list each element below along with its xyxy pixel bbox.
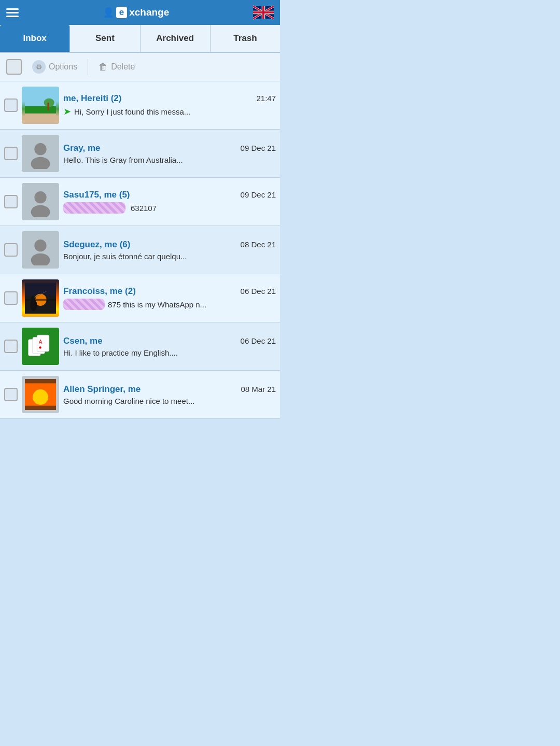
message-sender: Sasu175, me (5) bbox=[63, 190, 130, 200]
svg-rect-5 bbox=[47, 103, 49, 110]
list-item[interactable]: Francoiss, me (2) 06 Dec 21 875 this is … bbox=[0, 274, 280, 322]
tab-bar: Inbox Sent Archived Trash bbox=[0, 25, 280, 53]
message-checkbox[interactable] bbox=[4, 195, 18, 208]
list-item[interactable]: Sasu175, me (5) 09 Dec 21 632107 bbox=[0, 178, 280, 226]
list-item[interactable]: me, Hereiti (2) 21:47 ➤ Hi, Sorry I just… bbox=[0, 81, 280, 130]
delete-button[interactable]: 🗑 Delete bbox=[94, 60, 139, 75]
preview-text: Bonjour, je suis étonné car quelqu... bbox=[63, 252, 187, 261]
message-list: me, Hereiti (2) 21:47 ➤ Hi, Sorry I just… bbox=[0, 81, 280, 419]
preview-text: Hi, Sorry I just found this messa... bbox=[74, 107, 190, 116]
message-preview: 632107 bbox=[63, 202, 276, 214]
message-content: me, Hereiti (2) 21:47 ➤ Hi, Sorry I just… bbox=[63, 93, 276, 117]
avatar bbox=[22, 87, 59, 124]
menu-button[interactable] bbox=[6, 8, 19, 17]
svg-point-13 bbox=[34, 240, 46, 251]
select-all-checkbox[interactable] bbox=[6, 59, 22, 75]
message-preview: 875 this is my WhatsApp n... bbox=[63, 299, 276, 310]
sticker bbox=[63, 202, 125, 214]
delete-label: Delete bbox=[111, 62, 135, 72]
message-time: 08 Dec 21 bbox=[241, 240, 276, 249]
options-label: Options bbox=[49, 62, 77, 72]
message-sender: Allen Springer, me bbox=[63, 384, 141, 395]
message-checkbox[interactable] bbox=[4, 243, 18, 257]
svg-rect-3 bbox=[25, 114, 56, 121]
app-title: 👤 e xchange bbox=[103, 7, 170, 18]
message-checkbox[interactable] bbox=[4, 388, 18, 401]
language-flag[interactable] bbox=[253, 5, 274, 20]
message-checkbox[interactable] bbox=[4, 147, 18, 160]
svg-rect-2 bbox=[25, 106, 56, 115]
preview-text: Good morning Caroline nice to meet... bbox=[63, 397, 194, 405]
tab-trash[interactable]: Trash bbox=[211, 25, 280, 52]
preview-text: 632107 bbox=[131, 204, 157, 213]
avatar bbox=[22, 279, 59, 317]
exchange-box: e bbox=[116, 7, 127, 18]
list-item[interactable]: Gray, me 09 Dec 21 Hello. This is Gray f… bbox=[0, 130, 280, 178]
message-time: 06 Dec 21 bbox=[241, 336, 276, 345]
message-sender: Francoiss, me (2) bbox=[63, 286, 136, 297]
message-time: 21:47 bbox=[256, 94, 276, 103]
message-content: Sasu175, me (5) 09 Dec 21 632107 bbox=[63, 190, 276, 214]
preview-text: Hello. This is Gray from Australia... bbox=[63, 156, 183, 164]
svg-rect-18 bbox=[25, 299, 56, 301]
message-time: 09 Dec 21 bbox=[241, 144, 276, 152]
person-icon: 👤 bbox=[103, 7, 114, 18]
message-content: Allen Springer, me 08 Mar 21 Good mornin… bbox=[63, 384, 276, 405]
preview-text: Hi. I like to practice my English.... bbox=[63, 348, 178, 357]
sticker bbox=[63, 299, 105, 310]
svg-point-19 bbox=[30, 299, 37, 311]
message-time: 06 Dec 21 bbox=[241, 287, 276, 295]
message-time: 09 Dec 21 bbox=[241, 190, 276, 199]
message-sender: Sdeguez, me (6) bbox=[63, 240, 130, 250]
message-sender: me, Hereiti (2) bbox=[63, 93, 121, 104]
avatar bbox=[22, 231, 59, 269]
message-preview: Good morning Caroline nice to meet... bbox=[63, 397, 276, 405]
tab-archived[interactable]: Archived bbox=[141, 25, 211, 52]
preview-text: 875 this is my WhatsApp n... bbox=[108, 300, 206, 309]
svg-point-29 bbox=[33, 389, 48, 405]
message-checkbox[interactable] bbox=[4, 340, 18, 353]
trash-icon: 🗑 bbox=[99, 62, 108, 73]
message-content: Francoiss, me (2) 06 Dec 21 875 this is … bbox=[63, 286, 276, 310]
message-checkbox[interactable] bbox=[4, 98, 18, 112]
message-time: 08 Mar 21 bbox=[241, 385, 276, 393]
toolbar-divider bbox=[88, 59, 88, 75]
header: 👤 e xchange bbox=[0, 0, 280, 25]
message-content: Csen, me 06 Dec 21 Hi. I like to practic… bbox=[63, 336, 276, 357]
app-name: xchange bbox=[129, 7, 169, 18]
message-sender: Gray, me bbox=[63, 143, 101, 153]
message-preview: Hello. This is Gray from Australia... bbox=[63, 156, 276, 164]
toolbar: ⚙ Options 🗑 Delete bbox=[0, 53, 280, 81]
svg-rect-31 bbox=[25, 406, 56, 410]
gear-icon: ⚙ bbox=[32, 60, 46, 74]
avatar bbox=[22, 135, 59, 172]
list-item[interactable]: Sdeguez, me (6) 08 Dec 21 Bonjour, je su… bbox=[0, 226, 280, 274]
options-button[interactable]: ⚙ Options bbox=[28, 58, 81, 76]
avatar bbox=[22, 376, 59, 413]
message-content: Gray, me 09 Dec 21 Hello. This is Gray f… bbox=[63, 143, 276, 164]
avatar bbox=[22, 183, 59, 220]
svg-point-4 bbox=[44, 98, 54, 107]
list-item[interactable]: Allen Springer, me 08 Mar 21 Good mornin… bbox=[0, 371, 280, 419]
svg-point-7 bbox=[34, 143, 46, 155]
avatar: A ♠ bbox=[22, 328, 59, 365]
message-checkbox[interactable] bbox=[4, 291, 18, 305]
tab-inbox[interactable]: Inbox bbox=[0, 25, 70, 52]
svg-rect-30 bbox=[25, 379, 56, 383]
message-content: Sdeguez, me (6) 08 Dec 21 Bonjour, je su… bbox=[63, 240, 276, 261]
message-preview: Bonjour, je suis étonné car quelqu... bbox=[63, 252, 276, 261]
message-preview: Hi. I like to practice my English.... bbox=[63, 348, 276, 357]
tab-sent[interactable]: Sent bbox=[70, 25, 140, 52]
reply-icon: ➤ bbox=[63, 106, 71, 117]
svg-text:♠: ♠ bbox=[39, 344, 42, 350]
message-sender: Csen, me bbox=[63, 336, 103, 346]
list-item[interactable]: A ♠ Csen, me 06 Dec 21 Hi. I like to pra… bbox=[0, 322, 280, 371]
svg-point-10 bbox=[34, 191, 46, 203]
message-preview: ➤ Hi, Sorry I just found this messa... bbox=[63, 106, 276, 117]
